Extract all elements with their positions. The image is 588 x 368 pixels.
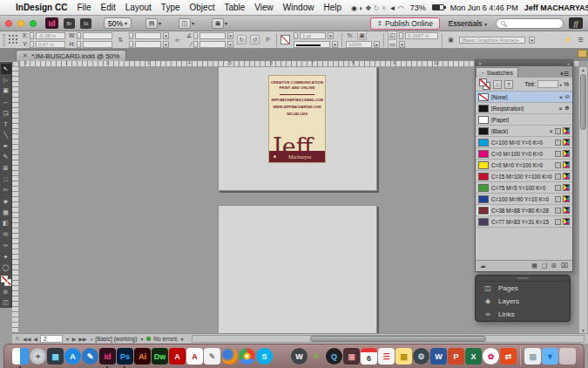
dock-downloads-folder[interactable]: ▼ — [542, 348, 558, 365]
close-tab-icon[interactable]: ✕ — [23, 52, 28, 59]
type-tool[interactable]: T — [1, 119, 11, 129]
constrain-dimensions-icon[interactable]: ⇅ — [116, 35, 125, 44]
preflight-profile[interactable]: [Basic] (working) — [95, 336, 137, 342]
dock-illustrator[interactable]: Ai — [134, 348, 151, 365]
new-swatch-icon[interactable]: ⊞ — [551, 262, 557, 269]
pen-tool[interactable]: ✒ — [1, 141, 11, 152]
object-style-dropdown[interactable]: [Basic Graphics Frame]+ — [459, 37, 525, 44]
page-number-field[interactable]: 2 — [40, 335, 63, 343]
shear-stepper[interactable] — [193, 41, 198, 48]
rotation-stepper[interactable] — [193, 32, 198, 39]
dock-calendar[interactable]: 6 — [361, 348, 377, 365]
rotate-ccw-button[interactable]: ↺ — [250, 35, 260, 44]
free-transform-tool[interactable]: ◈ — [1, 196, 11, 207]
w-field[interactable] — [83, 32, 112, 39]
swatch-row[interactable]: [Paper] — [476, 114, 572, 126]
scale-x-stepper[interactable] — [129, 32, 133, 39]
notification-bell-icon[interactable]: ◉ — [351, 4, 359, 12]
shear-dropdown[interactable]: ▾ — [227, 41, 233, 48]
dock-paper-plane-app[interactable]: ✈ — [308, 348, 325, 365]
swatch-row[interactable]: [Registration]✕⊕ — [476, 103, 572, 114]
swatch-row[interactable]: C=38 M=88 Y=80 K=28 — [476, 205, 572, 216]
panel-dock-header[interactable] — [476, 276, 570, 282]
opacity-field[interactable]: 100% — [346, 41, 372, 48]
dock-acrobat-pro[interactable]: A — [186, 348, 203, 365]
cc-libraries-icon[interactable]: ☁ — [480, 262, 486, 269]
page-1[interactable]: CREATIVE COMMUNICATION PRINT AND ONLINE … — [218, 67, 377, 191]
rotation-field[interactable] — [199, 32, 226, 39]
swatches-panel-menu-icon[interactable]: ▾☰ — [557, 71, 572, 78]
dock-notes[interactable]: ▤ — [395, 348, 412, 365]
dock-finder[interactable] — [12, 348, 29, 365]
dock-globe-editor-app[interactable]: ✎ — [82, 348, 98, 365]
gradient-feather-tool[interactable]: ◧ — [1, 219, 11, 229]
last-page-button[interactable]: ▶▶ — [78, 336, 86, 342]
content-collector-tool[interactable]: ◲ — [1, 108, 11, 119]
pages-panel-button[interactable]: ◫Pages — [476, 282, 570, 295]
document-tab[interactable]: ✕ *JM-BUSCARD.indd @ 50% — [16, 50, 126, 61]
corner-radius-field[interactable]: 0.1667 in — [405, 32, 438, 39]
y-stepper[interactable] — [30, 41, 34, 48]
dock-excel[interactable]: X — [465, 348, 482, 365]
swatch-row[interactable]: C=15 M=100 Y=100 K=0 — [476, 171, 572, 182]
dropbox-icon[interactable]: ❖ — [365, 4, 373, 12]
close-window-button[interactable] — [5, 20, 12, 27]
business-card-front[interactable]: CREATIVE COMMUNICATION PRINT AND ONLINE … — [268, 75, 326, 163]
preflight-arrow-icon[interactable]: ⇱ — [16, 336, 20, 342]
page-tool[interactable]: ▣ — [1, 85, 11, 96]
dock-mission-control[interactable]: ▦ — [47, 348, 64, 365]
dock-textedit[interactable]: ✎ — [204, 348, 220, 365]
dock-powerpoint[interactable]: P — [448, 348, 464, 365]
panel-close-icon[interactable]: ✕ — [478, 61, 482, 66]
dock-reminders[interactable]: ☰ — [378, 348, 395, 365]
stroke-type-caret[interactable]: ▾ — [332, 41, 338, 48]
links-panel-button[interactable]: ∞Links — [476, 308, 570, 321]
ruler-origin[interactable] — [12, 61, 19, 67]
menu-edit[interactable]: Edit — [101, 3, 116, 12]
rectangle-frame-tool[interactable]: ⊠ — [1, 163, 11, 174]
object-style-caret[interactable]: ▾ — [529, 37, 535, 44]
dock-photos[interactable]: ✿ — [483, 348, 499, 365]
gap-tool[interactable]: ↔ — [1, 97, 11, 107]
errors-dropdown-caret[interactable]: ▼ — [179, 337, 184, 342]
scale-x-dropdown[interactable]: ▾ — [163, 32, 169, 39]
zoom-window-button[interactable] — [30, 20, 37, 27]
sync-icon[interactable]: ↻ — [374, 4, 382, 12]
menu-layout[interactable]: Layout — [125, 3, 152, 12]
swatches-tab[interactable]: ◔ Swatches — [476, 67, 518, 78]
dock-chrome[interactable] — [239, 348, 255, 365]
search-input[interactable] — [509, 19, 559, 27]
swatch-row[interactable]: C=75 M=5 Y=100 K=0 — [476, 182, 572, 194]
menu-indesign-cc[interactable]: InDesign CC — [16, 3, 67, 12]
dock-documents-stack[interactable]: ▤ — [524, 348, 541, 365]
swatch-row[interactable]: C=100 M=90 Y=10 K=0 — [476, 194, 572, 205]
screen-mode-button[interactable]: ◫ — [1, 297, 11, 308]
stroke-type-dropdown[interactable] — [294, 41, 330, 48]
menu-file[interactable]: File — [77, 3, 91, 12]
menu-table[interactable]: Table — [224, 3, 245, 12]
y-field[interactable]: 0.67 in — [36, 41, 65, 48]
zoom-tool[interactable]: ◯ — [1, 262, 11, 273]
swatch-views-icon[interactable]: ▦ — [531, 262, 537, 269]
corner-shape-dropdown[interactable]: ▭ — [388, 39, 397, 49]
minimize-window-button[interactable] — [17, 20, 24, 27]
volume-icon[interactable]: ◄ — [389, 4, 398, 12]
swatch-row[interactable]: C=77 M=83 Y=31 K=15 — [476, 216, 572, 228]
apply-none-button[interactable]: ⊘ — [1, 287, 11, 297]
dock-word[interactable]: W — [430, 348, 447, 365]
scale-x-field[interactable] — [135, 32, 161, 39]
menu-view[interactable]: View — [254, 3, 274, 12]
stock-icon[interactable]: St — [80, 18, 91, 29]
w-stepper[interactable] — [77, 32, 81, 39]
publish-online-button[interactable]: ↥ Publish Online — [370, 17, 440, 30]
gradient-swatch-tool[interactable]: ▦ — [1, 208, 11, 218]
pencil-tool[interactable]: ✎ — [1, 153, 11, 163]
tint-dropdown-caret[interactable]: ▸ — [560, 82, 563, 87]
next-page-button[interactable]: ▶ — [72, 336, 77, 342]
stock-search-field[interactable] — [496, 18, 564, 29]
dock-sync-arrows-app[interactable]: ⇄ — [500, 348, 517, 365]
stroke-weight-stepper[interactable] — [294, 32, 298, 39]
line-tool[interactable]: ╲ — [1, 130, 11, 140]
prev-page-button[interactable]: ◀ — [33, 336, 37, 342]
menu-bar-clock[interactable]: Mon Jun 6 4:46 PM — [450, 3, 518, 12]
